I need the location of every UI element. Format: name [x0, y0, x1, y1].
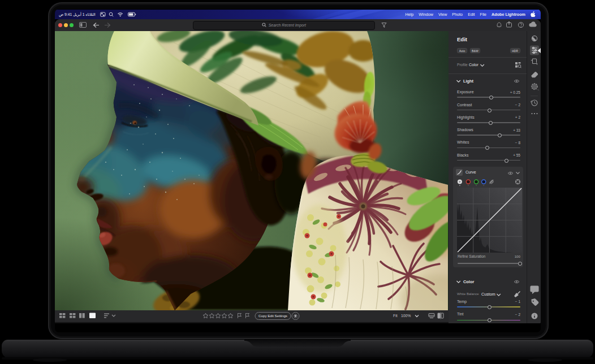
svg-text:Fit: Fit: [393, 314, 398, 318]
svg-text:Copy Edit Settings: Copy Edit Settings: [258, 314, 287, 318]
svg-text:100%: 100%: [401, 314, 411, 318]
